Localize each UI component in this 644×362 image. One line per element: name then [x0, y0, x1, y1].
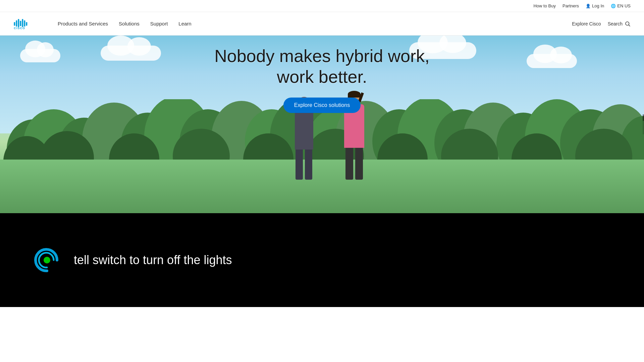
- search-button[interactable]: Search: [608, 21, 631, 27]
- person-left-leg-right: [305, 149, 312, 180]
- person-icon: [586, 3, 591, 8]
- voice-text: tell switch to turn off the lights: [74, 253, 232, 267]
- nav-support[interactable]: Support: [146, 18, 172, 29]
- hero-cta-button[interactable]: Explore Cisco solutions: [283, 98, 361, 113]
- nav-right: Explore Cisco Search: [572, 21, 631, 27]
- svg-rect-6: [26, 22, 27, 26]
- svg-rect-3: [20, 21, 21, 26]
- hero-title-line2: work better.: [277, 67, 367, 86]
- svg-rect-0: [14, 22, 15, 26]
- svg-rect-4: [22, 19, 23, 27]
- person-right-leg-right: [355, 148, 363, 180]
- person-right-leg-left: [345, 148, 353, 180]
- svg-point-8: [626, 22, 629, 25]
- nav-learn[interactable]: Learn: [174, 18, 195, 29]
- person-left-leg-left: [296, 149, 303, 180]
- person-right-legs: [345, 148, 364, 180]
- person-left-body: [295, 109, 313, 149]
- svg-text:CISCO: CISCO: [14, 26, 25, 30]
- hero-title: Nobody makes hybrid work, work better.: [0, 46, 644, 87]
- language-selector[interactable]: EN US: [611, 3, 631, 8]
- nav-solutions[interactable]: Solutions: [115, 18, 144, 29]
- svg-line-9: [629, 25, 630, 26]
- nav-products[interactable]: Products and Services: [54, 18, 112, 29]
- language-label: EN US: [617, 3, 631, 8]
- hero-section: Nobody makes hybrid work, work better. E…: [0, 36, 644, 213]
- globe-icon: [611, 3, 616, 8]
- search-icon: [625, 21, 631, 27]
- hero-title-line1: Nobody makes hybrid work,: [214, 46, 430, 66]
- black-section: tell switch to turn off the lights: [0, 213, 644, 307]
- cisco-logo[interactable]: CISCO: [13, 17, 40, 31]
- cisco-icon-container: tell switch to turn off the lights: [34, 247, 232, 274]
- svg-rect-2: [18, 19, 19, 27]
- svg-rect-5: [24, 20, 25, 26]
- svg-rect-1: [16, 20, 17, 26]
- cisco-logo-svg: CISCO: [13, 17, 40, 31]
- search-label: Search: [608, 21, 623, 26]
- scroll-thumb: [643, 114, 644, 121]
- utility-bar: How to Buy Partners Log In EN US: [0, 0, 644, 12]
- nav-links: Products and Services Solutions Support …: [54, 18, 572, 29]
- login-label: Log In: [592, 3, 604, 8]
- svg-point-41: [44, 257, 50, 263]
- scroll-indicator[interactable]: [643, 114, 644, 134]
- login-link[interactable]: Log In: [586, 3, 604, 8]
- person-left-legs: [295, 149, 313, 180]
- main-nav: CISCO Products and Services Solutions Su…: [0, 12, 644, 36]
- explore-cisco-link[interactable]: Explore Cisco: [572, 21, 601, 26]
- cisco-voice-icon: [34, 247, 60, 274]
- hero-text: Nobody makes hybrid work, work better. E…: [0, 36, 644, 113]
- partners-link[interactable]: Partners: [562, 3, 579, 8]
- how-to-buy-link[interactable]: How to Buy: [533, 3, 555, 8]
